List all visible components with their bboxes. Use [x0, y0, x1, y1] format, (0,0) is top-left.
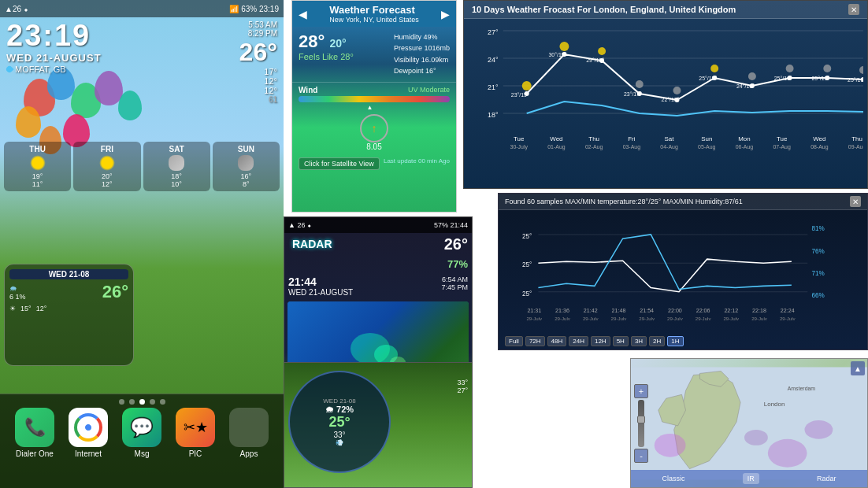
- zoom-out-button[interactable]: -: [634, 449, 648, 463]
- small-temp1: 17°: [239, 67, 277, 76]
- samples-close-icon[interactable]: ✕: [850, 196, 861, 207]
- wf-pressure: Pressure 1016mb: [394, 43, 450, 54]
- range-48h-button[interactable]: 48H: [547, 336, 567, 346]
- svg-text:81%: 81%: [811, 225, 825, 232]
- msg-app[interactable]: 💬 Msg: [122, 408, 161, 458]
- svg-text:29-July: 29-July: [723, 316, 740, 320]
- widget-sub-temp: 12°: [36, 305, 47, 312]
- pic-app[interactable]: ✂★ PIC: [176, 408, 215, 458]
- svg-text:02-Aug: 02-Aug: [585, 144, 603, 150]
- svg-text:21:36: 21:36: [555, 307, 569, 314]
- time-widget: 23:19 WED 21-AUGUST MOFFAT, GB: [6, 20, 102, 74]
- small-temp2: 12°: [239, 76, 277, 86]
- widget-rain: 🌧 6 1%: [9, 284, 26, 301]
- small-temp3: 12°: [239, 86, 277, 95]
- location: MOFFAT, GB: [6, 65, 102, 74]
- wf-feels-like: Feels Like 28°: [299, 52, 354, 61]
- svg-text:29°/18°: 29°/18°: [586, 57, 604, 63]
- zoom-slider[interactable]: [638, 400, 644, 447]
- widget-temp: 26°: [102, 282, 128, 302]
- svg-text:22:00: 22:00: [668, 307, 682, 314]
- msg-label: Msg: [135, 449, 150, 458]
- samples-chart-area: 25° 25° 25° 81% 76% 71% 66% 21:31 21:36 …: [499, 210, 867, 336]
- radar-tab[interactable]: Radar: [812, 473, 841, 484]
- range-full-button[interactable]: Full: [505, 336, 523, 346]
- svg-text:Sat: Sat: [665, 135, 675, 142]
- svg-text:25°/15°: 25°/15°: [848, 77, 863, 83]
- cbw-min: 27°: [457, 386, 468, 394]
- svg-point-19: [559, 42, 569, 51]
- rt-header: 10 Days Weather Frocast For London, Engl…: [464, 1, 867, 19]
- svg-text:21:42: 21:42: [584, 307, 598, 314]
- wf-dewpoint: Dewpoint 16°: [394, 65, 450, 76]
- forecast-day-sat: SAT 18° 10°: [143, 142, 210, 191]
- map-corner-button[interactable]: ▲: [851, 361, 865, 375]
- radar-status-bar: ▲ 26 ⬥ 57% 21:44: [284, 217, 472, 233]
- sun-icon-fri: [99, 155, 115, 171]
- dialer-app[interactable]: 📞 Dialer One: [15, 408, 54, 458]
- radar-date: WED 21-AUGUST: [288, 288, 353, 297]
- svg-text:29-July: 29-July: [555, 316, 571, 320]
- svg-text:Wed: Wed: [813, 135, 825, 142]
- ten-days-forecast-panel: 10 Days Weather Frocast For London, Engl…: [463, 0, 868, 189]
- compass-icon: ↑: [299, 114, 450, 142]
- radar-map-image: London Amsterdam + - ▲: [631, 359, 867, 487]
- range-24h-button[interactable]: 24H: [569, 336, 588, 346]
- svg-text:29-July: 29-July: [780, 316, 796, 320]
- svg-text:Mon: Mon: [738, 135, 750, 142]
- gauge-61: 61: [239, 95, 277, 104]
- internet-app[interactable]: Internet: [69, 408, 108, 458]
- whatsapp-icon: 💬: [122, 408, 161, 447]
- apps-app[interactable]: Apps: [229, 408, 269, 458]
- sun-icon-thu: [30, 155, 46, 171]
- svg-text:25°: 25°: [522, 233, 532, 240]
- wf-header: ◀ Waether Forecast New York, NY, United …: [292, 1, 456, 27]
- range-72h-button[interactable]: 72H: [525, 336, 545, 346]
- range-3h-button[interactable]: 3H: [631, 336, 647, 346]
- current-date: WED 21-AUGUST: [6, 52, 102, 64]
- svg-text:29-July: 29-July: [583, 316, 599, 320]
- sunrise-time: 5:53 AM: [239, 20, 277, 29]
- svg-point-20: [598, 47, 606, 55]
- wf-nav-left[interactable]: ◀: [299, 8, 307, 20]
- dot-3: [139, 399, 145, 405]
- zoom-slider-thumb: [637, 416, 645, 423]
- radar-sunset: 7:45 PM: [441, 283, 468, 291]
- uv-arrow-icon: ▲: [366, 104, 457, 111]
- svg-text:07-Aug: 07-Aug: [773, 144, 791, 150]
- ir-tab[interactable]: IR: [743, 473, 759, 484]
- wifi-icon: 📶: [229, 5, 239, 13]
- cbw-temp-main: 25°: [328, 414, 350, 431]
- svg-text:21:54: 21:54: [640, 307, 654, 314]
- svg-text:29-July: 29-July: [696, 316, 712, 320]
- classic-tab[interactable]: Classic: [658, 473, 690, 484]
- svg-text:22°/15°: 22°/15°: [662, 97, 680, 102]
- satellite-view-button[interactable]: Click for Satellite View: [299, 157, 380, 170]
- wind-speed: 8.05: [299, 142, 450, 151]
- close-icon[interactable]: ✕: [848, 4, 859, 15]
- range-5h-button[interactable]: 5H: [613, 336, 629, 346]
- status-bar: ▲26 ⬥ 📶 63% 23:19: [0, 0, 284, 17]
- svg-point-18: [522, 81, 532, 91]
- svg-point-21: [636, 80, 644, 88]
- pic-icon: ✂★: [176, 408, 215, 447]
- svg-text:29-July: 29-July: [667, 316, 684, 320]
- radar-temp: 26° 77%: [444, 235, 468, 272]
- svg-text:Thu: Thu: [588, 135, 599, 142]
- wf-wind-label: Wind: [299, 86, 317, 94]
- small-weather-widget: WED 21-08 🌧 6 1% 26° ☀ 15° 12°: [4, 264, 134, 366]
- weather-right: 5:53 AM 8:29 PM 26° 17° 12° 12° 61: [239, 20, 277, 104]
- svg-text:22:12: 22:12: [724, 307, 738, 314]
- svg-text:09-Aug: 09-Aug: [848, 144, 863, 150]
- wf-temp-main: 28° 20°: [299, 31, 354, 52]
- svg-text:71%: 71%: [811, 270, 825, 277]
- radar-sunrise: 6:54 AM: [441, 275, 468, 283]
- widget-main: 🌧 6 1% 26°: [9, 282, 128, 302]
- widget-current-temp: 15°: [20, 305, 32, 312]
- svg-text:25°/15°: 25°/15°: [811, 76, 829, 81]
- range-12h-button[interactable]: 12H: [591, 336, 610, 346]
- range-1h-button[interactable]: 1H: [667, 336, 683, 346]
- zoom-in-button[interactable]: +: [634, 384, 648, 398]
- range-2h-button[interactable]: 2H: [649, 336, 665, 346]
- wf-nav-right[interactable]: ▶: [441, 8, 450, 20]
